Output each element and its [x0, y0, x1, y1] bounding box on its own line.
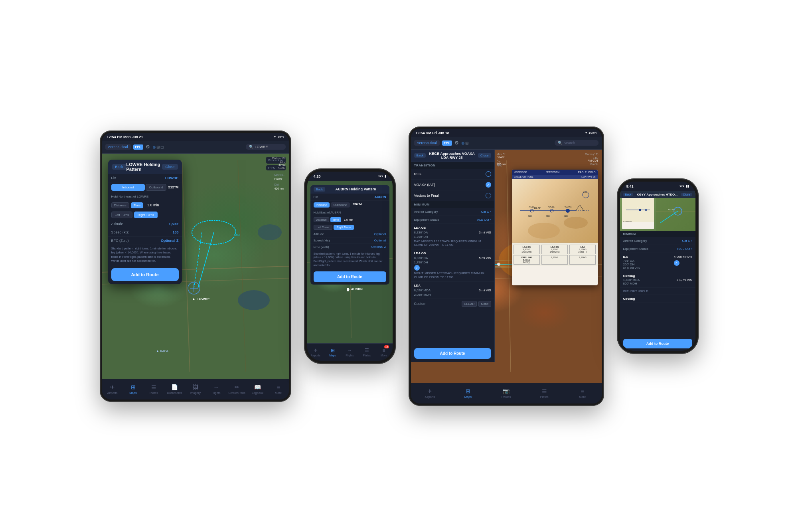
- plate-map-svg: AIGLE AUGLE VOAXA 8100 8330 9100 101.75°: [512, 179, 598, 243]
- iphone-left-turns-btn[interactable]: Left Turns: [314, 225, 332, 230]
- ipad-right-tab-more[interactable]: ≡ More: [563, 383, 602, 403]
- altitude-row: Altitude 1,500': [108, 220, 182, 228]
- iphone-add-to-route-btn[interactable]: Add to Route: [314, 271, 386, 282]
- ipad-right-tab-maps[interactable]: ⊞ Maps: [449, 383, 487, 403]
- ipad-right-tab-airports[interactable]: ✈ Airports: [411, 383, 449, 403]
- ipad-right-layers-icon[interactable]: ⊞: [465, 141, 468, 145]
- ipad-right-tab-plates[interactable]: ☰ Plates: [525, 383, 563, 403]
- iphone-tab-plates[interactable]: ☰ Plates: [358, 344, 375, 361]
- layers-icon[interactable]: ⊞: [156, 145, 160, 149]
- svg-text:ILS RWY 12: ILS RWY 12: [623, 221, 632, 223]
- close-button[interactable]: Close: [162, 164, 178, 170]
- add-to-route-button[interactable]: Add to Route: [111, 268, 179, 281]
- iphone-inbound-value: 256°M: [353, 202, 362, 208]
- tab-maps[interactable]: ⊞ Maps: [123, 379, 144, 399]
- ipad-right-dialog-titlebar: Back KEGE Approaches VOAXA LDA RWY 25 Cl…: [411, 150, 494, 162]
- transition-voaxa[interactable]: VOAXA (IAF) ✓: [411, 180, 494, 190]
- documents-icon: 📄: [171, 384, 178, 390]
- distance-button[interactable]: Distance: [111, 202, 129, 208]
- tab-scratchpads[interactable]: ✏ ScratchPads: [227, 379, 247, 399]
- left-turns-button[interactable]: Left Turns: [111, 212, 133, 218]
- iphone-inbound-tab[interactable]: Inbound: [314, 202, 330, 208]
- inbound-tab[interactable]: Inbound: [111, 184, 145, 191]
- transition-vectors[interactable]: Vectors to Final: [411, 190, 494, 201]
- iphone-tab-more[interactable]: ≡ More 18: [375, 344, 393, 361]
- time-button[interactable]: Time: [131, 202, 143, 208]
- ipad-right-back-btn[interactable]: Back: [414, 153, 426, 158]
- outbound-tab[interactable]: Outbound: [146, 184, 166, 191]
- iphone-right-cat-row[interactable]: Aircraft Category Cat C ›: [620, 237, 695, 245]
- speed-row: Speed (kts) 180: [108, 228, 182, 237]
- tab-airports[interactable]: ✈ Airports: [102, 379, 123, 399]
- transition-rlg[interactable]: RLG: [411, 169, 494, 180]
- tab-imagery[interactable]: 🖼 Imagery: [185, 379, 206, 399]
- etd-label: Plates (10) ETD 30:00 Profile: [272, 157, 286, 170]
- mode-button[interactable]: Aeronautical: [105, 144, 131, 150]
- iphone-time-btn[interactable]: Time: [330, 217, 341, 222]
- back-button[interactable]: Back: [112, 164, 126, 170]
- tab-more[interactable]: ≡ More: [268, 379, 289, 399]
- nav-controls: ⊕ ⊞ ◻: [152, 145, 164, 149]
- ils-check: ✓: [674, 260, 679, 266]
- svg-point-51: [528, 223, 560, 239]
- ipad-left-status-icons: ▾ 89%: [274, 135, 284, 138]
- plate-map: AIGLE AUGLE VOAXA 8100 8330 9100 101.75°: [512, 179, 598, 243]
- ipad-right-route-icon[interactable]: ⊕: [461, 141, 464, 145]
- ipad-right-gear-icon[interactable]: ⚙: [454, 140, 459, 146]
- iphone-fix-value[interactable]: AUBRN: [375, 195, 386, 199]
- signal-icon: ▾▾▾: [378, 174, 383, 178]
- ipad-right-controls: ⊕ ⊞: [461, 141, 468, 145]
- iphone-tab-maps[interactable]: ⊞ Maps: [324, 344, 341, 361]
- iphone-speed-row: Speed (kts) Optional: [310, 237, 389, 244]
- tab-flights[interactable]: → Flights: [206, 379, 227, 399]
- ipad-right-mode-btn[interactable]: Aeronautical: [414, 140, 440, 146]
- route-icon[interactable]: ⊕: [152, 145, 156, 149]
- aircraft-category-row[interactable]: Aircraft Category Cat C ›: [411, 208, 494, 216]
- iphone-right-equip-row[interactable]: Equipment Status RAIL Out ›: [620, 245, 695, 253]
- iphone-right-equip-value: RAIL Out ›: [677, 247, 692, 251]
- iphone-right-close-btn[interactable]: Close: [681, 193, 692, 196]
- iphone-right-cat-value: Cat C ›: [682, 239, 692, 243]
- ipad-right-wifi: ▾: [585, 131, 587, 134]
- none-button[interactable]: None: [478, 301, 491, 307]
- gear-icon[interactable]: ⚙: [146, 144, 150, 150]
- iphone-right-without-hold: WITHOUT HROLD.: [620, 288, 695, 295]
- transition-header: TRANSITION: [411, 162, 494, 169]
- iphone-maps-icon: ⊞: [331, 348, 335, 353]
- ipad-right-close-btn[interactable]: Close: [478, 153, 491, 158]
- iphone-airports-icon: ✈: [314, 348, 318, 353]
- iphone-right-add-to-route-btn[interactable]: Add to Route: [623, 339, 692, 348]
- clear-button[interactable]: CLEAR: [462, 301, 477, 307]
- iphone-back-button[interactable]: Back: [314, 187, 326, 192]
- minimum-header: MINIMUM: [411, 201, 494, 208]
- profile-icon[interactable]: ◻: [160, 145, 164, 149]
- right-turns-button[interactable]: Right Turns: [134, 212, 158, 218]
- battery-icon: 89%: [277, 135, 284, 138]
- fpl-button[interactable]: FPL: [133, 144, 143, 150]
- search-field-container[interactable]: 🔍 LOWRE: [246, 144, 286, 150]
- iphone-right-back-btn[interactable]: Back: [623, 193, 634, 196]
- iphone-right-circling-2: Circling: [620, 295, 695, 303]
- svg-line-3: [238, 160, 246, 372]
- ipad-right-add-to-route-btn[interactable]: Add to Route: [414, 348, 491, 359]
- equipment-status-row[interactable]: Equipment Status ALS Out ›: [411, 216, 494, 224]
- ipad-right-search[interactable]: 🔍 Search: [555, 140, 598, 146]
- tab-documents[interactable]: 📄 Documents: [164, 379, 185, 399]
- iphone-more-icon: ≡: [383, 348, 385, 353]
- iphone-tab-flights[interactable]: → Flights: [341, 344, 358, 361]
- iphone-outbound-tab[interactable]: Outbound: [331, 202, 350, 208]
- svg-text:AUGLE: AUGLE: [548, 206, 555, 208]
- tab-plates[interactable]: ☰ Plates: [144, 379, 164, 399]
- ipad-right-fpl-btn[interactable]: FPL: [442, 140, 452, 146]
- flights-icon: →: [213, 384, 219, 390]
- iphone-tab-airports[interactable]: ✈ Airports: [307, 344, 324, 361]
- svg-text:8330: 8330: [546, 215, 550, 217]
- iphone-right-turns-btn[interactable]: Right Turns: [334, 225, 354, 230]
- iphone-left-tab-bar: ✈ Airports ⊞ Maps → Flights ☰ Plates: [307, 343, 393, 361]
- tab-logbook[interactable]: 📖 Logbook: [247, 379, 268, 399]
- ipad-right-tab-photos[interactable]: 📷 Photos: [487, 383, 525, 403]
- lda-block: LDA 8,620' MDA 3 mi VIS 2,080' MDH: [411, 282, 494, 299]
- iphone-distance-btn[interactable]: Distance: [314, 217, 329, 222]
- dialog-title: LOWRE Holding Pattern: [126, 162, 162, 172]
- iphone-right-circling-1: Circling 1,400' MDA 800' MDH 2 ¾ mi VIS: [620, 272, 695, 288]
